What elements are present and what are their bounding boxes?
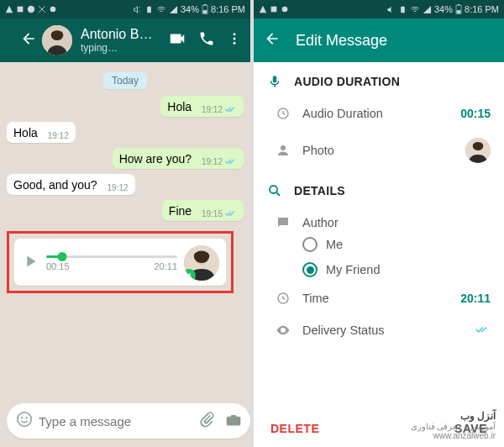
person-icon [272, 143, 294, 158]
photo-thumbnail [465, 138, 491, 163]
row-label: Delivery Status [302, 323, 475, 337]
row-label: Time [302, 292, 460, 305]
save-button[interactable]: SAVE [454, 422, 487, 435]
radio-icon [302, 262, 318, 277]
whatsapp-chat-screen: 34% 8:16 PM Antonio Banderas typing… [0, 0, 250, 447]
voice-elapsed: 00:15 [46, 261, 70, 271]
svg-rect-1 [147, 6, 151, 12]
message-text: How are you? [119, 152, 192, 166]
row-author: Author [267, 207, 491, 232]
row-audio-duration[interactable]: Audio Duration 00:15 [267, 97, 491, 129]
chat-app-bar: Antonio Banderas typing… [0, 18, 250, 62]
row-label: Photo [302, 144, 465, 157]
voice-track[interactable]: 00:15 20:11 [46, 255, 177, 271]
delete-button[interactable]: DELETE [270, 422, 319, 435]
contact-title-block[interactable]: Antonio Banderas typing… [81, 27, 156, 54]
svg-point-24 [270, 186, 277, 193]
row-value: 00:15 [460, 107, 491, 120]
message-text: Fine [169, 204, 192, 218]
edit-message-screen: 34% 8:16 PM Edit Message AUDIO DURATION … [254, 0, 504, 447]
search-icon [267, 183, 282, 198]
back-icon[interactable] [20, 30, 37, 50]
composer [0, 397, 250, 447]
camera-icon[interactable] [225, 411, 242, 431]
radio-my-friend[interactable]: My Friend [302, 257, 491, 282]
android-status-bar: 34% 8:16 PM [254, 0, 504, 18]
row-delivery-status[interactable]: Delivery Status [267, 314, 491, 346]
battery-percent: 34% [434, 4, 453, 14]
mute-icon [133, 5, 142, 14]
message-time: 19:15 [202, 209, 223, 218]
edit-content: AUDIO DURATION Audio Duration 00:15 Phot… [254, 62, 504, 412]
chat-area[interactable]: Today Hola 19:12 Hola 19:12 How are you?… [0, 62, 250, 397]
svg-rect-3 [203, 10, 207, 13]
row-label: Audio Duration [302, 107, 460, 120]
play-icon[interactable] [21, 252, 39, 274]
message-in[interactable]: Hola 19:12 [7, 122, 76, 143]
svg-point-8 [234, 38, 236, 40]
message-out[interactable]: How are you? 19:12 [113, 148, 244, 169]
voice-call-icon[interactable] [198, 30, 215, 50]
vibrate-icon [398, 5, 407, 14]
wifi-icon [410, 5, 420, 14]
message-time: 19:12 [108, 183, 129, 192]
edit-title: Edit Message [296, 32, 387, 50]
eye-icon [272, 323, 294, 338]
message-in[interactable]: Good, and you? 19:12 [7, 174, 135, 195]
voice-message[interactable]: 00:15 20:11 [14, 239, 226, 286]
mic-icon [267, 74, 282, 89]
signal-icon [169, 5, 178, 14]
video-call-icon[interactable] [168, 29, 186, 51]
android-status-bar: 34% 8:16 PM [0, 0, 250, 18]
read-ticks-icon [225, 105, 237, 115]
svg-point-7 [234, 33, 236, 35]
section-details: DETAILS [267, 183, 491, 198]
contact-name: Antonio Banderas [81, 27, 156, 42]
read-ticks-icon [475, 323, 491, 338]
section-audio-duration: AUDIO DURATION [267, 74, 491, 89]
svg-rect-4 [204, 4, 206, 5]
status-left-icons [259, 5, 289, 13]
contact-avatar[interactable] [42, 25, 72, 55]
read-ticks-icon [225, 209, 237, 219]
clock: 8:16 PM [211, 4, 245, 14]
row-label: Author [302, 216, 491, 229]
svg-point-14 [26, 417, 28, 418]
radio-icon [302, 237, 318, 252]
message-text: Hola [167, 100, 192, 113]
message-input[interactable] [39, 414, 198, 429]
message-out[interactable]: Fine 19:15 [162, 200, 244, 221]
status-right-icons: 34% 8:16 PM [386, 4, 499, 14]
attach-icon[interactable] [198, 411, 215, 431]
battery-icon [455, 4, 462, 14]
radio-label: My Friend [326, 263, 380, 276]
edit-app-bar: Edit Message [254, 18, 504, 62]
clock: 8:16 PM [465, 4, 499, 14]
message-time: 19:12 [202, 105, 223, 114]
svg-rect-18 [457, 10, 461, 13]
row-value: 20:11 [460, 292, 491, 305]
emoji-icon[interactable] [15, 410, 34, 432]
voice-message-highlight: 00:15 20:11 [7, 231, 234, 293]
radio-me[interactable]: Me [302, 232, 491, 257]
more-icon[interactable] [227, 30, 242, 50]
message-text: Good, and you? [13, 178, 97, 192]
clock-icon [272, 291, 294, 306]
chat-icon [272, 215, 294, 230]
back-icon[interactable] [264, 30, 281, 50]
svg-rect-19 [458, 4, 459, 5]
message-out[interactable]: Hola 19:12 [160, 96, 244, 117]
message-time: 19:12 [202, 157, 223, 166]
voice-mic-badge-icon [184, 269, 196, 281]
message-time: 19:12 [48, 131, 69, 140]
svg-point-13 [21, 417, 23, 418]
message-input-pill[interactable] [7, 403, 250, 439]
svg-point-0 [50, 7, 56, 13]
svg-point-12 [18, 413, 32, 427]
row-photo[interactable]: Photo [267, 129, 491, 171]
radio-label: Me [326, 238, 343, 251]
signal-icon [423, 5, 432, 14]
voice-sent-time: 20:11 [154, 261, 177, 271]
wifi-icon [156, 5, 166, 14]
row-time[interactable]: Time 20:11 [267, 282, 491, 314]
